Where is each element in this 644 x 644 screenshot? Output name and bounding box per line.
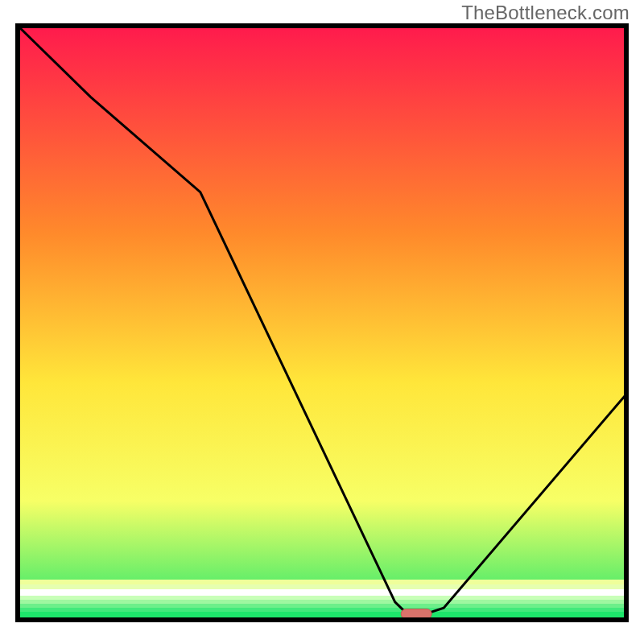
band [18, 584, 626, 589]
chart-container: TheBottleneck.com [0, 0, 644, 644]
bottom-bands [18, 580, 626, 620]
band [18, 580, 626, 584]
band [18, 600, 626, 604]
band [18, 589, 626, 596]
band [18, 608, 626, 612]
plot-area [18, 26, 626, 620]
band [18, 604, 626, 608]
optimum-marker [401, 609, 431, 619]
band [18, 596, 626, 600]
gradient-fill [18, 26, 626, 620]
bottleneck-chart [0, 0, 644, 644]
